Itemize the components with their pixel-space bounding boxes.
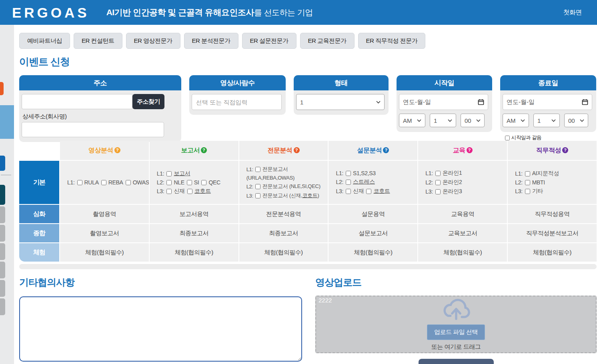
checkbox[interactable] xyxy=(77,180,82,185)
checkbox[interactable] xyxy=(525,189,530,194)
checkbox[interactable] xyxy=(255,193,260,198)
matrix-checkbox-option[interactable]: OWAS xyxy=(126,179,149,186)
matrix-checkbox-option[interactable]: 기타 xyxy=(525,188,543,195)
side-rail-gray-button-3[interactable] xyxy=(0,243,5,260)
find-address-button[interactable]: 주소찾기 xyxy=(132,94,164,109)
address-input[interactable] xyxy=(22,94,132,109)
tab-2[interactable]: ER 컨설턴트 xyxy=(74,33,122,49)
checkbox[interactable] xyxy=(435,171,441,176)
checkbox[interactable] xyxy=(346,180,351,185)
matrix-checkbox-option[interactable]: 신재 xyxy=(346,188,364,195)
matrix-checkbox-option[interactable]: 온라인3 xyxy=(435,188,462,195)
video-count-input[interactable] xyxy=(192,94,282,110)
checkbox[interactable] xyxy=(255,184,260,189)
matrix-checkbox-option[interactable]: SI xyxy=(187,179,199,186)
other-notes-textarea[interactable] xyxy=(19,296,302,362)
side-rail-orange-button[interactable] xyxy=(0,82,4,95)
upload-file-select-button[interactable]: 업로드 파일 선택 xyxy=(427,324,485,340)
matrix-row-label: 기본 xyxy=(19,161,59,204)
matrix-text: L3: xyxy=(515,188,523,194)
same-as-start-checkbox[interactable] xyxy=(505,136,510,140)
type-select[interactable]: 1 xyxy=(296,94,385,110)
matrix-checkbox-option[interactable]: QEC xyxy=(201,179,220,186)
drag-hint-text: 또는 여기로 드래그 xyxy=(431,343,481,351)
checkbox[interactable] xyxy=(187,180,192,185)
matrix-checkbox-option[interactable]: 신재 xyxy=(166,188,184,195)
matrix-checkbox-option[interactable]: REBA xyxy=(101,179,123,186)
submit-button-partial[interactable] xyxy=(419,359,494,364)
checkbox[interactable] xyxy=(346,189,351,194)
matrix-checkbox-option[interactable]: S1,S2,S3 xyxy=(346,170,376,176)
detail-address-input[interactable] xyxy=(22,122,164,137)
other-notes-column: 기타협의사항 xyxy=(19,276,302,364)
checkbox[interactable] xyxy=(366,189,371,194)
matrix-checkbox-option[interactable]: 스트레스 xyxy=(346,178,375,186)
checkbox[interactable] xyxy=(187,189,192,194)
help-icon[interactable]: ? xyxy=(294,147,300,153)
matrix-checkbox-option[interactable]: 코호트 xyxy=(187,188,211,195)
upload-dropzone[interactable]: 2222 업로드 파일 선택 또는 여기로 드래그 xyxy=(315,296,597,353)
checkbox[interactable] xyxy=(201,180,206,185)
matrix-row-label: 종합 xyxy=(19,224,59,242)
matrix-checkbox-option[interactable]: 온라인1 xyxy=(435,170,462,177)
end-hour-select[interactable]: 1 xyxy=(533,114,560,127)
calendar-icon[interactable] xyxy=(478,99,484,105)
matrix-checkbox-option[interactable]: 보고서 xyxy=(166,170,190,177)
help-icon[interactable]: ? xyxy=(562,147,568,153)
side-rail-gray-button-2[interactable] xyxy=(0,225,5,242)
checkbox[interactable] xyxy=(255,167,260,172)
checkbox[interactable] xyxy=(346,171,351,176)
checkbox[interactable] xyxy=(525,180,530,185)
checkbox[interactable] xyxy=(126,180,131,185)
end-minute-select[interactable]: 00 xyxy=(564,114,588,127)
tab-7[interactable]: ER 직무적성 전문가 xyxy=(358,33,426,49)
matrix-checkbox-option[interactable]: 전문보고서 (NLE,SI,QEC) xyxy=(255,183,321,190)
checkbox[interactable] xyxy=(101,180,106,185)
help-icon[interactable]: ? xyxy=(383,147,389,153)
matrix-checkbox-option[interactable]: NLE xyxy=(166,179,184,186)
side-rail-divider xyxy=(1,175,11,175)
checkbox[interactable] xyxy=(166,189,172,194)
side-rail-gray-button-5[interactable] xyxy=(0,280,5,297)
end-ampm-select[interactable]: AM xyxy=(503,114,529,127)
matrix-checkbox-option[interactable]: MBTI xyxy=(525,179,545,186)
help-icon[interactable]: ? xyxy=(467,147,473,153)
help-icon[interactable]: ? xyxy=(114,147,120,153)
calendar-icon[interactable] xyxy=(582,99,588,105)
matrix-checkbox-option[interactable]: 온라인2 xyxy=(435,179,462,186)
side-rail-teal-button[interactable] xyxy=(0,185,5,205)
start-minute-select[interactable]: 00 xyxy=(461,114,485,127)
matrix-cell: 설문보고서 xyxy=(329,224,417,242)
checkbox-label: NLE xyxy=(174,179,184,186)
tab-4[interactable]: ER 분석전문가 xyxy=(184,33,238,49)
matrix-checkbox-option[interactable]: RULA xyxy=(77,179,99,186)
checkbox[interactable] xyxy=(166,171,172,176)
start-ampm-select[interactable]: AM xyxy=(399,114,425,127)
matrix-checkbox-option[interactable]: 전문보고서 (신재,코호트) xyxy=(255,192,319,199)
tab-6[interactable]: ER 교육전문가 xyxy=(300,33,355,49)
matrix-checkbox-option[interactable]: 전문보고서 xyxy=(255,166,288,173)
matrix-checkbox-option[interactable]: AI지문적성 xyxy=(525,170,559,177)
table-horizontal-scrollbar[interactable] xyxy=(19,264,597,269)
tab-1[interactable]: 예비파트너십 xyxy=(19,33,70,49)
type-body: 1 xyxy=(294,90,389,115)
home-link[interactable]: 첫화면 xyxy=(563,8,582,17)
checkbox[interactable] xyxy=(525,171,530,176)
matrix-cell: L1:보고서L2:NLESIQECL3:신재코호트 xyxy=(150,161,238,204)
side-rail-blue-button[interactable] xyxy=(0,156,5,171)
tab-3[interactable]: ER 영상전문가 xyxy=(126,33,180,49)
side-rail-gray-button-4[interactable] xyxy=(0,262,5,278)
checkbox[interactable] xyxy=(166,180,172,185)
help-icon[interactable]: ? xyxy=(201,147,207,153)
type-panel: 형태 1 xyxy=(294,75,389,115)
start-date-input[interactable]: 연도-월-일 xyxy=(399,94,488,110)
side-rail-lightblue-panel[interactable] xyxy=(0,105,14,139)
checkbox[interactable] xyxy=(435,180,441,185)
checkbox[interactable] xyxy=(435,189,441,194)
matrix-checkbox-option[interactable]: 코호트 xyxy=(366,188,390,195)
side-rail-gray-button-1[interactable] xyxy=(0,206,5,223)
start-hour-select[interactable]: 1 xyxy=(430,114,456,127)
tab-5[interactable]: ER 설문전문가 xyxy=(242,33,296,49)
end-date-input[interactable]: 연도-월-일 xyxy=(503,94,592,110)
side-rail-gray-button-6[interactable] xyxy=(0,298,5,315)
